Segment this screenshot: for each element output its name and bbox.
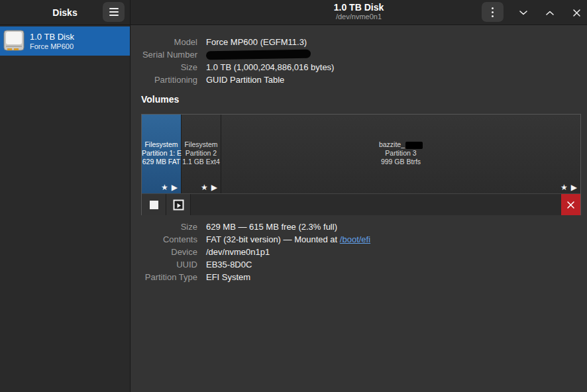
detail-label: Partition Type bbox=[131, 271, 197, 283]
mount-point-link[interactable]: /boot/efi bbox=[340, 234, 370, 244]
partition-label: Partition 2 bbox=[182, 149, 221, 158]
stop-icon bbox=[150, 201, 158, 209]
detail-label: Model bbox=[131, 36, 197, 48]
drive-menu-button[interactable] bbox=[482, 2, 504, 22]
detail-value: 1.0 TB (1,000,204,886,016 bytes) bbox=[206, 61, 334, 74]
detail-row: Partition Type EFI System bbox=[131, 271, 370, 283]
partition-options-button[interactable] bbox=[166, 194, 191, 215]
partition-size: 629 MB FAT bbox=[142, 158, 181, 166]
app-title: Disks bbox=[52, 7, 77, 18]
partition-details: Size 629 MB — 615 MB free (2.3% full) Co… bbox=[131, 220, 370, 283]
partition-options-icon bbox=[173, 199, 184, 211]
close-window-button[interactable] bbox=[568, 4, 585, 21]
detail-label: Contents bbox=[131, 233, 197, 246]
detail-label: Partitioning bbox=[131, 74, 197, 86]
volume-name-redaction bbox=[405, 142, 423, 149]
detail-label: Size bbox=[131, 220, 197, 233]
detail-label: Device bbox=[131, 246, 197, 258]
star-emblem-icon: ★ bbox=[201, 183, 208, 191]
sidebar: Disks 1.0 TB Disk Force MP600 bbox=[0, 0, 131, 392]
main-pane: 1.0 TB Disk /dev/nvme0n1 Model F bbox=[131, 0, 587, 392]
detail-label: Size bbox=[131, 61, 197, 74]
detail-value: 629 MB — 615 MB free (2.3% full) bbox=[206, 220, 337, 233]
partition-label: Partition 3 bbox=[221, 149, 580, 158]
chevron-down-icon bbox=[519, 10, 528, 16]
detail-value: EB35-8D0C bbox=[206, 258, 252, 271]
detail-row: Size 1.0 TB (1,000,204,886,016 bytes) bbox=[131, 61, 334, 74]
detail-row: Contents FAT (32-bit version) — Mounted … bbox=[131, 233, 370, 246]
partition-fs-name: Filesystem bbox=[142, 140, 181, 149]
detail-row: Size 629 MB — 615 MB free (2.3% full) bbox=[131, 220, 370, 233]
disk-item-title: 1.0 TB Disk bbox=[30, 32, 74, 42]
partition-size: 1.1 GB Ext4 bbox=[182, 158, 221, 166]
unmount-button[interactable] bbox=[142, 194, 166, 215]
star-emblem-icon: ★ bbox=[560, 183, 568, 191]
detail-value: /dev/nvme0n1p1 bbox=[206, 246, 270, 258]
serial-number-redaction bbox=[206, 50, 311, 60]
volumes-section-title: Volumes bbox=[141, 94, 179, 105]
play-emblem-icon: ▶ bbox=[211, 183, 217, 191]
main-headerbar: 1.0 TB Disk /dev/nvme0n1 bbox=[131, 0, 587, 25]
partition-map: Filesystem Partition 1: E… 629 MB FAT ★ … bbox=[142, 115, 580, 193]
detail-label: UUID bbox=[131, 258, 197, 271]
kebab-menu-icon bbox=[492, 7, 494, 9]
detail-row: UUID EB35-8D0C bbox=[131, 258, 370, 271]
detail-value: EFI System bbox=[206, 271, 250, 283]
detail-label: Serial Number bbox=[131, 48, 197, 61]
drive-icon bbox=[3, 30, 25, 52]
star-emblem-icon: ★ bbox=[161, 183, 168, 191]
minimize-button[interactable] bbox=[515, 4, 532, 21]
partition-block-2[interactable]: Filesystem Partition 2 1.1 GB Ext4 ★ ▶ bbox=[182, 115, 221, 193]
detail-row: Device /dev/nvme0n1p1 bbox=[131, 246, 370, 258]
volume-toolbar bbox=[142, 193, 580, 215]
partition-block-1[interactable]: Filesystem Partition 1: E… 629 MB FAT ★ … bbox=[142, 115, 182, 193]
hamburger-icon bbox=[109, 8, 119, 9]
partition-block-3[interactable]: bazzite_ Partition 3 999 GB Btrfs ★ ▶ bbox=[221, 115, 580, 193]
hamburger-menu-button[interactable] bbox=[103, 2, 125, 22]
disk-item-subtitle: Force MP600 bbox=[30, 42, 74, 51]
detail-row: Serial Number bbox=[131, 48, 334, 61]
chevron-up-icon bbox=[545, 10, 555, 16]
close-icon bbox=[572, 9, 581, 17]
delete-partition-button[interactable] bbox=[561, 194, 580, 215]
play-emblem-icon: ▶ bbox=[172, 183, 178, 191]
maximize-button[interactable] bbox=[541, 4, 559, 21]
partition-label: Partition 1: E… bbox=[142, 149, 181, 158]
partition-size: 999 GB Btrfs bbox=[221, 158, 580, 166]
delete-x-icon bbox=[566, 201, 575, 209]
sidebar-item-disk[interactable]: 1.0 TB Disk Force MP600 bbox=[0, 26, 130, 56]
partition-fs-name: Filesystem bbox=[182, 140, 221, 149]
play-emblem-icon: ▶ bbox=[571, 183, 577, 191]
detail-row: Partitioning GUID Partition Table bbox=[131, 74, 334, 86]
partition-fs-name: bazzite_ bbox=[221, 140, 580, 149]
detail-row: Model Force MP600 (EGFM11.3) bbox=[131, 36, 334, 48]
contents-text: FAT (32-bit version) — Mounted at bbox=[206, 234, 340, 244]
detail-value: GUID Partition Table bbox=[206, 74, 284, 86]
sidebar-header: Disks bbox=[0, 0, 130, 25]
detail-value: Force MP600 (EGFM11.3) bbox=[206, 36, 307, 48]
drive-details: Model Force MP600 (EGFM11.3) Serial Numb… bbox=[131, 36, 334, 86]
volumes-widget: Filesystem Partition 1: E… 629 MB FAT ★ … bbox=[141, 114, 581, 215]
